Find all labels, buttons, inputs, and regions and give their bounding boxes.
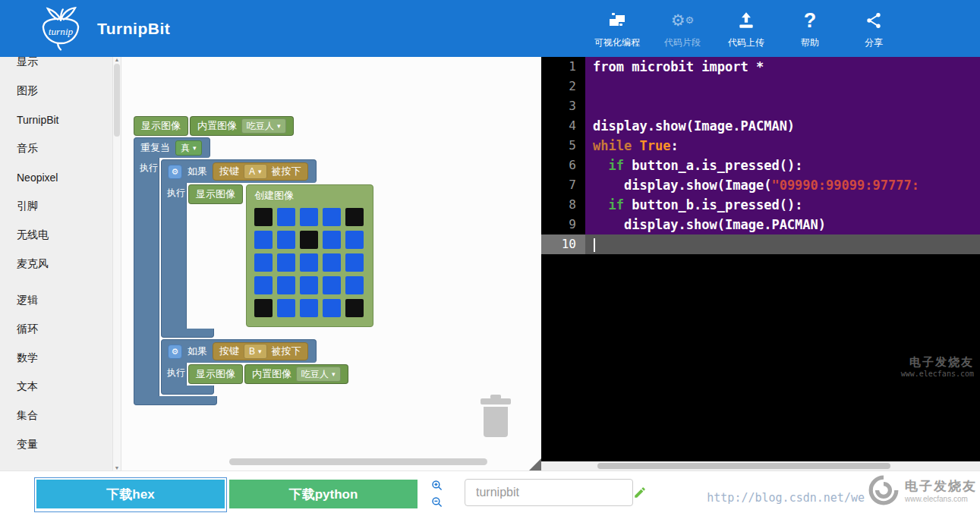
toolbox-item-11[interactable]: 数学 xyxy=(0,344,112,373)
toolbox-item-14[interactable]: 变量 xyxy=(0,430,112,459)
toolbox-item-3[interactable]: TurnipBit xyxy=(0,105,112,134)
led-cell[interactable] xyxy=(323,208,341,226)
code-text[interactable]: while True: xyxy=(585,136,980,156)
led-cell[interactable] xyxy=(277,276,295,294)
led-cell[interactable] xyxy=(254,253,273,272)
editor-hscrollbar-thumb[interactable] xyxy=(597,463,890,469)
block-create-image[interactable]: 创建图像 xyxy=(246,184,373,327)
block-show-image[interactable]: 显示图像 xyxy=(188,184,243,204)
download-python-button[interactable]: 下载python xyxy=(229,480,418,508)
led-cell[interactable] xyxy=(345,231,364,249)
toolbox-item-2[interactable]: 图形 xyxy=(0,77,112,105)
code-text[interactable]: display.show(Image.PACMAN) xyxy=(585,116,980,136)
led-cell[interactable] xyxy=(345,276,364,294)
led-cell[interactable] xyxy=(277,253,295,272)
workspace-hscrollbar[interactable] xyxy=(229,458,487,465)
true-dropdown[interactable]: 真 ▾ xyxy=(175,140,202,156)
led-cell[interactable] xyxy=(254,231,273,249)
toolbox-item-12[interactable]: 文本 xyxy=(0,373,112,401)
block-builtin-image[interactable]: 内置图像 吃豆人 ▾ xyxy=(190,116,294,136)
image-dropdown[interactable]: 吃豆人 ▾ xyxy=(296,367,341,382)
led-cell[interactable] xyxy=(277,231,295,249)
code-line-2[interactable]: 2 xyxy=(541,77,980,96)
python-code-editor[interactable]: 1from microbit import *234display.show(I… xyxy=(541,57,980,471)
toolbox-item-8[interactable]: 麦克风 xyxy=(0,250,112,279)
app-title: TurnipBit xyxy=(97,20,170,38)
led-cell[interactable] xyxy=(323,299,341,317)
toolbox-item-1[interactable]: 显示 xyxy=(0,57,112,77)
toolbox-item-10[interactable]: 循环 xyxy=(0,315,112,344)
led-cell[interactable] xyxy=(345,299,364,317)
image-dropdown[interactable]: 吃豆人 ▾ xyxy=(241,118,286,134)
mutator-gear-icon[interactable]: ⚙ xyxy=(168,345,182,359)
nav-code-upload[interactable]: 代码上传 xyxy=(725,8,767,49)
block-if-button-b[interactable]: ⚙ 如果 按键 B ▾ 被按下 xyxy=(161,339,373,395)
code-line-1[interactable]: 1from microbit import * xyxy=(541,57,980,77)
led-cell[interactable] xyxy=(323,276,341,294)
toolbox-item-7[interactable]: 无线电 xyxy=(0,221,112,250)
block-show-image[interactable]: 显示图像 xyxy=(134,116,188,136)
led-cell[interactable] xyxy=(277,208,295,226)
block-repeat-while[interactable]: 重复当 真 ▾ 执行 ⚙ 如果 xyxy=(134,137,373,405)
code-text[interactable]: if button_b.is_pressed(): xyxy=(585,195,980,215)
code-line-7[interactable]: 7 display.show(Image("09990:99099:97777: xyxy=(541,175,980,195)
trash-icon[interactable] xyxy=(478,395,513,439)
led-cell[interactable] xyxy=(300,208,318,226)
block-if-button-a[interactable]: ⚙ 如果 按键 A ▾ 被按下 xyxy=(161,159,373,338)
code-text[interactable] xyxy=(585,77,980,96)
mutator-gear-icon[interactable]: ⚙ xyxy=(168,165,182,179)
code-line-10[interactable]: 10 xyxy=(541,234,980,254)
code-line-8[interactable]: 8 if button_b.is_pressed(): xyxy=(541,195,980,215)
code-line-6[interactable]: 6 if button_a.is_pressed(): xyxy=(541,156,980,175)
led-cell[interactable] xyxy=(277,299,295,317)
block-builtin-image[interactable]: 内置图像 吃豆人 ▾ xyxy=(244,364,348,384)
toolbox-item-9[interactable]: 逻辑 xyxy=(0,286,112,315)
code-text[interactable] xyxy=(585,96,980,116)
led-cell[interactable] xyxy=(323,253,341,272)
code-text[interactable] xyxy=(585,234,980,254)
led-cell[interactable] xyxy=(300,299,318,317)
code-line-9[interactable]: 9 display.show(Image.PACMAN) xyxy=(541,215,980,234)
toolbox-item-4[interactable]: 音乐 xyxy=(0,134,112,163)
code-line-4[interactable]: 4display.show(Image.PACMAN) xyxy=(541,116,980,136)
workspace-resize-corner[interactable] xyxy=(529,458,541,471)
editor-hscrollbar-track[interactable] xyxy=(541,461,980,471)
download-hex-button[interactable]: 下载hex xyxy=(36,480,225,508)
code-text[interactable]: if button_a.is_pressed(): xyxy=(585,156,980,175)
nav-visual-programming[interactable]: 可视化编程 xyxy=(594,8,640,49)
led-cell[interactable] xyxy=(254,208,273,226)
blockly-workspace[interactable]: 显示图像 内置图像 吃豆人 ▾ 重复当 真 ▾ xyxy=(121,57,541,471)
button-a-dropdown[interactable]: A ▾ xyxy=(244,164,267,179)
code-text[interactable]: from microbit import * xyxy=(585,57,980,77)
block-show-image[interactable]: 显示图像 xyxy=(188,364,243,384)
block-button-b-pressed[interactable]: 按键 B ▾ 被按下 xyxy=(213,342,308,360)
toolbox-item-6[interactable]: 引脚 xyxy=(0,192,112,221)
scroll-down-icon[interactable]: ▼ xyxy=(115,465,120,471)
scrollbar-thumb[interactable] xyxy=(114,64,120,137)
nav-code-snippet[interactable]: ⚙⚙ 代码片段 xyxy=(661,8,704,49)
zoom-in-icon[interactable] xyxy=(431,480,443,492)
zoom-out-icon[interactable] xyxy=(431,496,443,508)
button-b-dropdown[interactable]: B ▾ xyxy=(244,344,267,359)
led-cell[interactable] xyxy=(254,299,273,317)
led-cell[interactable] xyxy=(300,253,318,272)
nav-help[interactable]: ? 帮助 xyxy=(789,8,831,49)
led-cell[interactable] xyxy=(345,208,364,226)
scroll-up-icon[interactable]: ▲ xyxy=(115,57,120,62)
led-cell[interactable] xyxy=(345,253,364,272)
edit-filename-button[interactable] xyxy=(633,480,647,505)
toolbox-scrollbar[interactable]: ▲ ▼ xyxy=(112,57,121,471)
block-button-a-pressed[interactable]: 按键 A ▾ 被按下 xyxy=(213,162,308,181)
led-cell[interactable] xyxy=(254,276,273,294)
code-line-3[interactable]: 3 xyxy=(541,96,980,116)
code-text[interactable]: display.show(Image.PACMAN) xyxy=(585,215,980,234)
filename-input[interactable] xyxy=(465,486,633,499)
toolbox-item-13[interactable]: 集合 xyxy=(0,401,112,430)
led-cell[interactable] xyxy=(300,276,318,294)
nav-share[interactable]: 分享 xyxy=(852,8,895,49)
code-line-5[interactable]: 5while True: xyxy=(541,136,980,156)
led-cell[interactable] xyxy=(323,231,341,249)
code-text[interactable]: display.show(Image("09990:99099:97777: xyxy=(585,175,980,195)
led-cell[interactable] xyxy=(300,231,318,249)
toolbox-item-5[interactable]: Neopixel xyxy=(0,163,112,192)
